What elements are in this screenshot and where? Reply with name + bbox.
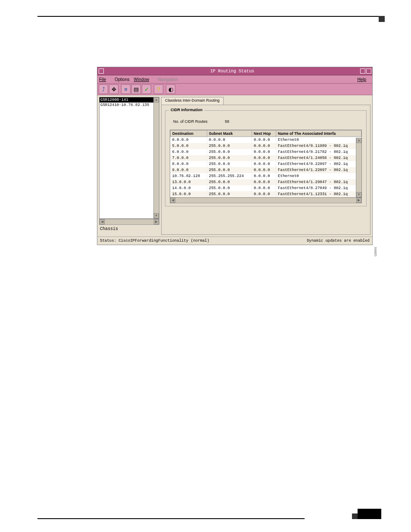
table-cell: 0.0.0.0 [252,167,276,173]
status-left: Status: CiscoIPForwardingFunctionality (… [100,239,209,243]
scroll-down-icon[interactable]: ▼ [356,192,361,197]
status-right: Dynamic updates are enabled [307,239,370,243]
menu-file[interactable]: File [99,77,110,82]
page-footer-gap [352,513,358,519]
table-row[interactable]: 6.0.0.0255.0.0.00.0.0.0FastEthernet4/0.2… [171,149,361,155]
scroll-right-icon[interactable]: ▶ [356,198,361,203]
table-cell: 14.0.0.0 [171,185,207,191]
table-cell: 0.0.0.0 [252,173,276,179]
tree-pane: GSR12008-141 GSR12410-10.76.82.135 ▲ ▼ ◀… [99,97,159,235]
statusbar: Status: CiscoIPForwardingFunctionality (… [97,236,372,245]
table-cell: 8.0.0.0 [171,161,207,167]
titlebar: IP Routing Status [97,67,372,75]
table-cell: FastEthernet4/1.24056 - 802.1q [276,155,361,161]
table-cell: 15.0.0.0 [171,191,207,197]
tree-label: Chassis [99,225,159,235]
toolbar-btn-4[interactable]: ▤ [131,84,141,94]
table-cell: 255.0.0.0 [207,185,252,191]
table-cell: 255.0.0.0 [207,149,252,155]
table-cell: 255.0.0.0 [207,161,252,167]
menu-window[interactable]: Window [134,77,154,82]
scroll-right-icon[interactable]: ▶ [154,219,159,224]
toolbar-help-icon[interactable]: ? [154,84,163,94]
table-cell: 6.0.0.0 [171,149,207,155]
table-cell: FastEthernet4/0.22097 - 802.1q [276,161,361,167]
tree-list[interactable]: GSR12008-141 GSR12410-10.76.82.135 ▲ ▼ [99,97,159,219]
table-row[interactable]: 0.0.0.00.0.0.00.0.0.0Ethernet0 [171,137,361,143]
table-row[interactable]: 7.0.0.0255.0.0.00.0.0.0FastEthernet4/1.2… [171,155,361,161]
menu-help[interactable]: Help [357,77,371,82]
main-area: GSR12008-141 GSR12410-10.76.82.135 ▲ ▼ ◀… [97,95,372,236]
menu-navigation: Navigation [158,77,178,82]
figure-id: 99665 [374,247,377,256]
table-cell: 255.0.0.0 [207,179,252,185]
table-cell: 9.0.0.0 [171,167,207,173]
table-cell: FastEthernet4/1.12331 - 802.1q [276,191,361,197]
toolbar-btn-6[interactable]: ◐ [166,84,175,94]
table-cell: 10.76.82.128 [171,173,207,179]
toolbar: ⤴ ✥ ≡ ▤ ✓ ? ◐ [97,84,372,95]
scroll-up-icon[interactable]: ▲ [154,97,159,103]
toolbar-btn-2[interactable]: ✥ [109,84,118,94]
col-subnet[interactable]: Subnet Mask [207,131,252,137]
table-row[interactable]: 13.0.0.0255.0.0.00.0.0.0FastEthernet4/1.… [171,179,361,185]
scroll-down-icon[interactable]: ▼ [154,213,159,218]
table-row[interactable]: 14.0.0.0255.0.0.00.0.0.0FastEthernet4/0.… [171,185,361,191]
table-cell: FastEthernet4/0.11989 - 802.1q [276,143,361,149]
table-row[interactable]: 15.0.0.0255.0.0.00.0.0.0FastEthernet4/1.… [171,191,361,197]
tree-item[interactable]: GSR12410-10.76.82.135 [100,103,159,108]
table-cell: 0.0.0.0 [252,143,276,149]
col-destination[interactable]: Destination [171,131,207,137]
tab-row: Classless Inter-Domain Routing [161,97,371,105]
minimize-button[interactable] [360,68,365,74]
toolbar-btn-1[interactable]: ⤴ [99,84,108,94]
table-cell: 0.0.0.0 [252,149,276,155]
menu-options[interactable]: Options [115,77,129,82]
table-row[interactable]: 5.0.0.0255.0.0.00.0.0.0FastEthernet4/0.1… [171,143,361,149]
page-footer-rule [37,518,305,519]
tree-scrollbar-vertical[interactable]: ▲ ▼ [153,97,159,218]
app-window: IP Routing Status File Options Window Na… [97,67,373,245]
toolbar-btn-3[interactable]: ≡ [121,84,131,94]
table-scrollbar-vertical[interactable]: ▲ ▼ [356,138,361,197]
table-cell: 0.0.0.0 [252,179,276,185]
page-header-cap [379,16,385,22]
col-interface[interactable]: Name of The Associated Interfa [276,131,361,137]
scroll-up-icon[interactable]: ▲ [356,138,361,143]
fieldset-cidr: CIDR Information No. of CIDR Routes 58 D… [165,110,367,206]
table-row[interactable]: 8.0.0.0255.0.0.00.0.0.0FastEthernet4/0.2… [171,161,361,167]
tab-cidr[interactable]: Classless Inter-Domain Routing [161,97,224,105]
cidr-table-wrap: Destination Subnet Mask Next Hop Name of… [170,130,362,198]
col-nexthop[interactable]: Next Hop [252,131,276,137]
tab-body: CIDR Information No. of CIDR Routes 58 D… [161,105,371,235]
tree-scrollbar-horizontal[interactable]: ◀ ▶ [99,219,159,225]
table-scrollbar-horizontal[interactable]: ◀ ▶ [170,197,362,203]
page-header-rule [37,16,381,25]
table-cell: Ethernet0 [276,137,361,143]
table-cell: 0.0.0.0 [252,137,276,143]
fieldset-legend: CIDR Information [169,108,204,112]
table-cell: 0.0.0.0 [252,185,276,191]
table-cell: 255.0.0.0 [207,155,252,161]
routes-count-value: 58 [225,119,229,124]
maximize-button[interactable] [366,68,371,74]
scroll-left-icon[interactable]: ◀ [170,198,175,203]
routes-count-row: No. of CIDR Routes 58 [170,119,362,124]
table-cell: 255.0.0.0 [207,191,252,197]
table-row[interactable]: 10.76.82.128255.255.255.2240.0.0.0Ethern… [171,173,361,179]
table-cell: 0.0.0.0 [171,137,207,143]
table-cell: 255.255.255.224 [207,173,252,179]
table-cell: 13.0.0.0 [171,179,207,185]
table-cell: 0.0.0.0 [207,137,252,143]
tree-item-selected[interactable]: GSR12008-141 [100,97,159,103]
table-cell: 0.0.0.0 [252,161,276,167]
window-menu-icon[interactable] [99,68,104,74]
table-cell: Ethernet0 [276,173,361,179]
toolbar-btn-5[interactable]: ✓ [142,84,151,94]
table-cell: FastEthernet4/0.21782 - 802.1q [276,149,361,155]
scroll-left-icon[interactable]: ◀ [100,219,105,224]
table-row[interactable]: 9.0.0.0255.0.0.00.0.0.0FastEthernet4/1.2… [171,167,361,173]
window-title: IP Routing Status [105,69,359,74]
table-cell: FastEthernet4/0.27049 - 802.1q [276,185,361,191]
table-cell: 0.0.0.0 [252,155,276,161]
